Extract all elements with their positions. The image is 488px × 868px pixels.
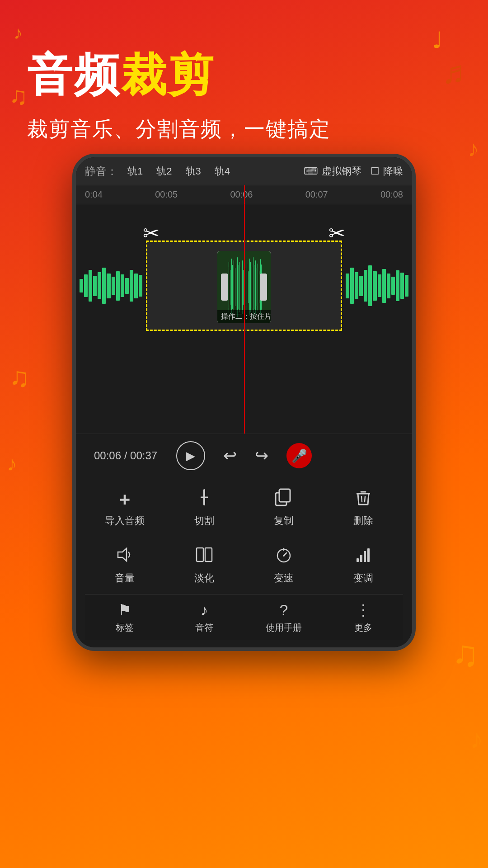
tools-row-2: 音量 淡化 [85,537,403,594]
time-separator: / [124,449,130,462]
delete-tool-label: 删除 [353,514,373,528]
note-icon: ♪ [201,601,208,619]
fade-tool-button[interactable]: 淡化 [164,537,244,594]
top-bar-left: 静音： 轨1 轨2 轨3 轨4 [85,163,234,180]
waveform-right-outside [342,263,412,308]
undo-button[interactable]: ↩ [223,446,237,465]
delete-tool-icon [354,488,372,510]
play-button[interactable]: ▶ [176,441,205,470]
bottom-nav: ⚑ 标签 ♪ 音符 ? 使用手册 ⋮ 更多 [85,594,403,640]
svg-rect-10 [360,555,362,562]
piano-button[interactable]: ⌨ 虚拟钢琴 [304,165,361,178]
speed-tool-label: 变速 [274,571,294,585]
top-bar: 静音： 轨1 轨2 轨3 轨4 ⌨ 虚拟钢琴 ☐ 降噪 [76,157,412,185]
svg-rect-5 [197,548,203,561]
svg-point-8 [283,555,285,557]
subtitle: 裁剪音乐、分割音频，一键搞定 [27,115,461,143]
noise-button[interactable]: ☐ 降噪 [371,165,403,178]
waveform-left-outside [76,263,146,308]
volume-tool-label: 音量 [115,571,135,585]
time-display: 00:06 / 00:37 [94,449,157,462]
nav-more-label: 更多 [354,622,372,634]
timeline: 0:04 00:05 00:06 00:07 00:08 [76,185,412,204]
svg-marker-4 [118,548,127,561]
more-icon: ⋮ [356,601,371,619]
mute-label: 静音： [85,164,117,179]
nav-tag-label: 标签 [116,622,134,634]
cut-icon-right: ✂ [328,222,345,245]
piano-label: 虚拟钢琴 [322,165,361,178]
nav-more-item[interactable]: ⋮ 更多 [324,594,403,640]
total-time: 00:37 [130,449,157,462]
track-2-btn[interactable]: 轨2 [153,163,175,180]
speed-tool-icon [275,546,293,568]
title-white: 音频 [27,45,121,106]
piano-icon: ⌨ [304,165,318,177]
pitch-tool-icon [354,546,372,568]
deco-note-8: ♫ [452,633,479,675]
tag-icon: ⚑ [118,601,131,619]
copy-tool-icon [275,488,293,510]
cut-tool-button[interactable]: 切割 [164,479,244,537]
svg-rect-3 [279,489,290,502]
noise-checkbox-icon: ☐ [371,165,380,177]
nav-note-item[interactable]: ♪ 音符 [164,594,244,640]
svg-rect-6 [205,548,212,561]
volume-tool-icon [116,546,134,568]
nav-manual-label: 使用手册 [266,622,302,634]
tools-row-1: + 导入音频 切割 [85,479,403,537]
track-4-btn[interactable]: 轨4 [211,163,234,180]
phone-mockup: 静音： 轨1 轨2 轨3 轨4 ⌨ 虚拟钢琴 ☐ 降噪 0:04 [72,154,416,651]
cut-icon-left: ✂ [143,222,160,245]
deco-note-7: ♪ [468,136,479,162]
import-audio-label: 导入音频 [105,514,145,528]
copy-tool-button[interactable]: 复制 [244,479,324,537]
volume-tool-button[interactable]: 音量 [85,537,164,594]
deco-note-2: ♫ [9,81,28,110]
time-mark-4: 00:07 [305,189,328,200]
time-mark-3: 00:06 [230,189,253,200]
speed-tool-button[interactable]: 变速 [244,537,324,594]
nav-tag-item[interactable]: ⚑ 标签 [85,594,164,640]
pitch-tool-button[interactable]: 变调 [324,537,403,594]
redo-button[interactable]: ↪ [255,446,268,465]
playback-row: 00:06 / 00:37 ▶ ↩ ↪ 🎤 [85,441,403,470]
time-mark-5: 00:08 [380,189,403,200]
top-bar-right: ⌨ 虚拟钢琴 ☐ 降噪 [304,165,403,178]
header-area: 音频 裁剪 裁剪音乐、分割音频，一键搞定 [27,45,461,143]
deco-note-4: ♪ [7,452,17,476]
track-3-btn[interactable]: 轨3 [182,163,205,180]
fade-tool-label: 淡化 [194,571,214,585]
import-audio-button[interactable]: + 导入音频 [85,479,164,537]
title-yellow: 裁剪 [121,45,215,106]
delete-tool-button[interactable]: 删除 [324,479,403,537]
nav-note-label: 音符 [195,622,213,634]
track-1-btn[interactable]: 轨1 [124,163,146,180]
title-line: 音频 裁剪 [27,45,461,106]
copy-tool-label: 复制 [274,514,294,528]
fade-tool-icon [195,546,213,568]
deco-note-9: ♪ [470,723,483,755]
svg-rect-12 [367,548,370,562]
drag-handle-left[interactable] [221,274,228,301]
record-button[interactable]: 🎤 [286,443,312,468]
nav-manual-item[interactable]: ? 使用手册 [244,594,324,640]
svg-rect-11 [364,551,366,562]
svg-rect-9 [357,558,359,562]
cut-tool-icon [195,488,213,510]
track-area: ✂ ✂ [76,204,412,434]
noise-label: 降噪 [383,165,403,178]
playhead [244,204,245,434]
manual-icon: ? [280,601,288,619]
drag-handle-right[interactable] [260,274,267,301]
current-time: 00:06 [94,449,121,462]
import-audio-icon: + [119,489,131,510]
time-mark-1: 0:04 [85,189,103,200]
timeline-playhead [244,185,245,204]
phone-screen: 静音： 轨1 轨2 轨3 轨4 ⌨ 虚拟钢琴 ☐ 降噪 0:04 [76,157,412,647]
deco-note-1: ♪ [14,23,23,43]
cut-tool-label: 切割 [194,514,214,528]
deco-note-3: ♫ [9,362,29,393]
time-mark-2: 00:05 [155,189,178,200]
pitch-tool-label: 变调 [353,571,373,585]
